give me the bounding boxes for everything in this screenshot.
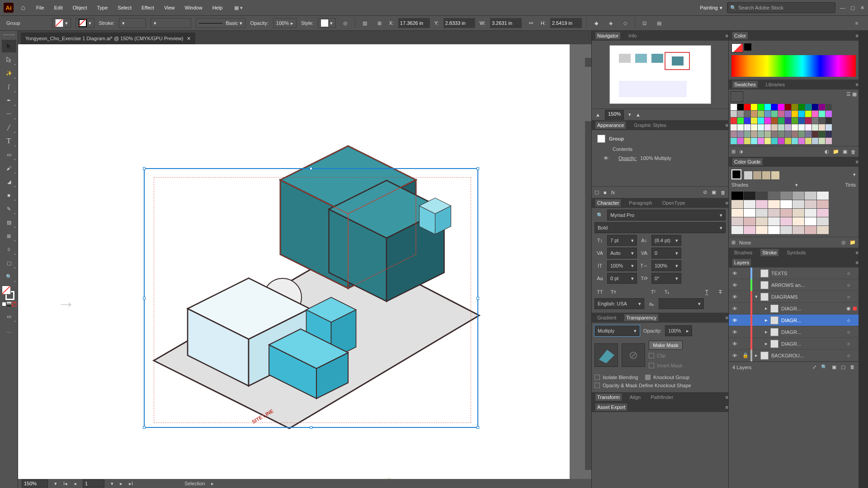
smallcaps-icon[interactable]: Tᴛ bbox=[608, 287, 619, 296]
panel-menu-icon[interactable]: ≡ bbox=[856, 260, 859, 265]
guide-save-icon[interactable]: 📁 bbox=[849, 239, 856, 245]
tab-opentype[interactable]: OpenType bbox=[660, 199, 687, 206]
appearance-swatch[interactable] bbox=[597, 135, 605, 143]
appearance-contents[interactable]: Contents bbox=[613, 146, 632, 152]
layer-row[interactable]: 👁 🔒 ▸ BACKGROU... ○ bbox=[729, 350, 859, 361]
fill-stroke-swatch[interactable] bbox=[2, 286, 16, 300]
menu-edit[interactable]: Edit bbox=[51, 3, 66, 12]
selection-tool[interactable] bbox=[2, 40, 16, 52]
tab-transparency[interactable]: Transparency bbox=[624, 314, 658, 321]
shade-grid[interactable] bbox=[731, 192, 856, 234]
disclose-icon[interactable]: ▸ bbox=[762, 341, 770, 347]
target-icon[interactable]: ◉ bbox=[844, 305, 853, 311]
menu-window[interactable]: Window bbox=[181, 3, 206, 12]
tracking-field[interactable]: 0▾ bbox=[651, 248, 681, 258]
visibility-icon[interactable]: 👁 bbox=[729, 353, 741, 358]
disclose-icon[interactable]: ▾ bbox=[752, 294, 760, 300]
locate-icon[interactable]: ⤢ bbox=[812, 364, 816, 370]
opacity-value[interactable]: 100% ▸ bbox=[273, 18, 297, 28]
delete-icon[interactable]: 🗑 bbox=[721, 190, 726, 195]
visibility-icon[interactable]: 👁 bbox=[729, 318, 741, 323]
disclose-icon[interactable]: ▸ bbox=[762, 305, 770, 311]
trans-opacity-field[interactable]: 100%▸ bbox=[665, 325, 692, 336]
recolor-icon[interactable]: ◎ bbox=[340, 18, 350, 28]
menu-effect[interactable]: Effect bbox=[138, 3, 158, 12]
add-effect-icon[interactable]: fx bbox=[611, 190, 615, 195]
edit-toolbar[interactable]: ⋯ bbox=[2, 326, 16, 339]
target-icon[interactable]: ○ bbox=[844, 318, 853, 323]
new-layer-icon[interactable]: ▢ bbox=[841, 364, 845, 370]
x-field[interactable] bbox=[398, 18, 430, 28]
make-mask-button[interactable]: Make Mask bbox=[649, 341, 683, 350]
vscale-field[interactable]: 100%▾ bbox=[607, 260, 637, 271]
layer-row[interactable]: 👁 ▸ DIAGR... ○ bbox=[729, 314, 859, 326]
visibility-icon[interactable]: 👁 bbox=[729, 271, 741, 276]
tab-paragraph[interactable]: Paragraph bbox=[627, 199, 654, 206]
guide-lib-icon[interactable]: ⊞ bbox=[731, 239, 736, 245]
opacity-label[interactable]: Opacity: bbox=[618, 155, 637, 161]
maximize-icon[interactable]: ▢ bbox=[850, 5, 855, 11]
magic-wand-tool[interactable]: ✨ bbox=[2, 67, 16, 80]
underline-icon[interactable]: T̲ bbox=[701, 287, 712, 296]
style-dropdown[interactable]: ▾ bbox=[318, 18, 336, 28]
tab-align[interactable]: Align bbox=[628, 394, 642, 401]
font-size-field[interactable]: 7 pt▾ bbox=[607, 235, 637, 246]
swatch-delete-icon[interactable]: 🗑 bbox=[851, 149, 856, 155]
layer-row[interactable]: 👁 ▸ DIAGR... ◉ bbox=[729, 303, 859, 314]
disclose-icon[interactable]: ▸ bbox=[762, 317, 770, 323]
shape-icon[interactable]: ◆ bbox=[591, 18, 601, 28]
layer-row[interactable]: 👁 ▾ DIAGRAMS ○ bbox=[729, 291, 859, 303]
panel-menu-icon[interactable]: ≡ bbox=[856, 82, 859, 87]
panel-menu-icon[interactable]: ≡ bbox=[852, 18, 862, 28]
tab-appearance[interactable]: Appearance bbox=[595, 122, 626, 129]
tab-navigator[interactable]: Navigator bbox=[595, 32, 620, 39]
tab-character[interactable]: Character bbox=[595, 199, 621, 206]
zoom-dropdown-icon[interactable]: ▾ bbox=[54, 481, 57, 487]
panel-menu-icon[interactable]: ≡ bbox=[856, 250, 859, 255]
last-artboard-icon[interactable]: ▸I bbox=[129, 481, 133, 487]
disclose-icon[interactable]: ▸ bbox=[762, 329, 770, 335]
font-family-field[interactable]: Myriad Pro▾ bbox=[607, 210, 726, 221]
shape2-icon[interactable]: ◈ bbox=[606, 18, 616, 28]
link-wh-icon[interactable]: ⚯ bbox=[526, 18, 536, 28]
tab-libraries[interactable]: Libraries bbox=[764, 81, 787, 88]
menu-view[interactable]: View bbox=[160, 3, 179, 12]
shaper-tool[interactable]: ◢ bbox=[2, 175, 16, 188]
visibility-icon[interactable]: 👁 bbox=[729, 294, 741, 300]
tab-swatches[interactable]: Swatches bbox=[732, 81, 758, 88]
object-thumbnail[interactable] bbox=[594, 343, 618, 367]
rectangle-tool[interactable]: ▭ bbox=[2, 148, 16, 161]
target-icon[interactable]: ○ bbox=[844, 271, 853, 276]
clip-checkbox[interactable] bbox=[649, 353, 654, 358]
close-tab-icon[interactable]: ✕ bbox=[187, 36, 191, 42]
delete-layer-icon[interactable]: 🗑 bbox=[850, 364, 855, 370]
add-fill-icon[interactable]: ■ bbox=[604, 190, 607, 195]
align-icon[interactable]: ▥ bbox=[360, 18, 370, 28]
nav-zoom-value[interactable]: 150% bbox=[605, 110, 624, 120]
toolbox-grip[interactable] bbox=[4, 34, 14, 37]
brush-def[interactable]: Basic ▾ bbox=[196, 18, 245, 28]
guide-edit-icon[interactable]: ◎ bbox=[841, 239, 846, 245]
line-tool[interactable]: ╱ bbox=[2, 121, 16, 134]
h-field[interactable] bbox=[550, 18, 582, 28]
visibility-icon[interactable]: 👁 bbox=[729, 341, 741, 347]
lasso-tool[interactable]: ʃ bbox=[2, 80, 16, 93]
app-icon[interactable]: Ai bbox=[4, 3, 14, 13]
prev-artboard-icon[interactable]: ◂ bbox=[74, 481, 76, 487]
hscale-field[interactable]: 100%▾ bbox=[651, 260, 681, 271]
target-icon[interactable]: ○ bbox=[844, 329, 853, 335]
language-field[interactable]: English: USA▾ bbox=[594, 298, 644, 309]
tab-layers[interactable]: Layers bbox=[732, 259, 751, 266]
isolate-checkbox[interactable] bbox=[594, 375, 600, 380]
arrange-docs-icon[interactable]: ▦ ▾ bbox=[233, 3, 243, 13]
fill-dropdown[interactable]: ▾ bbox=[52, 18, 71, 28]
tab-gradient[interactable]: Gradient bbox=[595, 314, 618, 321]
color-mode-icon[interactable] bbox=[2, 302, 6, 306]
visibility-icon[interactable]: 👁 bbox=[729, 282, 741, 288]
target-icon[interactable]: ○ bbox=[844, 282, 853, 288]
shades-dropdown-icon[interactable]: ▾ bbox=[795, 182, 798, 188]
layer-row[interactable]: 👁 ▸ DIAGR... ○ bbox=[729, 326, 859, 338]
clear-icon[interactable]: ⊘ bbox=[703, 189, 707, 195]
knockout-checkbox[interactable] bbox=[645, 375, 651, 380]
swatch-new-icon[interactable]: ▣ bbox=[843, 149, 847, 155]
